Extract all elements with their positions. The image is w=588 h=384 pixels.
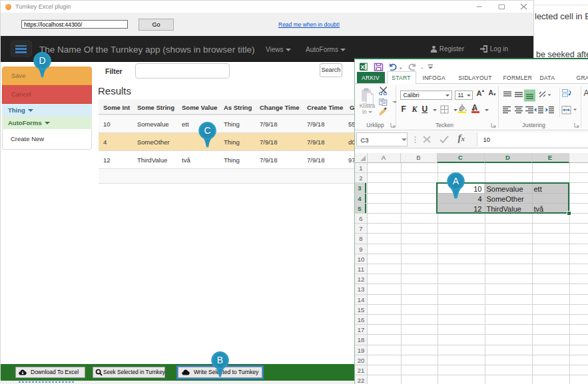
svg-text:C: C — [204, 125, 210, 136]
svg-text:X: X — [360, 63, 365, 71]
svg-text:A: A — [453, 176, 459, 186]
svg-text:B: B — [217, 355, 223, 365]
svg-text:D: D — [39, 55, 45, 66]
